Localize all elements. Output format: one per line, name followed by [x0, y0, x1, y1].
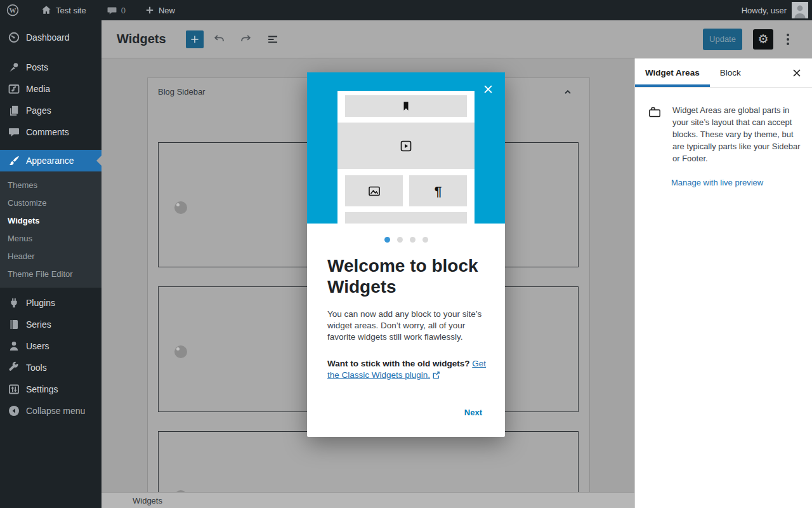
- submenu-item-themes[interactable]: Themes: [0, 176, 102, 194]
- loading-spinner: [174, 345, 187, 358]
- svg-text:W: W: [10, 6, 16, 14]
- comments-link[interactable]: 0: [100, 0, 132, 20]
- next-button[interactable]: Next: [464, 408, 482, 417]
- pages-icon: [8, 104, 20, 117]
- page-title: Widgets: [117, 32, 166, 46]
- widget-areas-description: Widget Areas are global parts in your si…: [672, 104, 801, 164]
- add-block-button[interactable]: [186, 30, 204, 48]
- illustration-block: [337, 123, 475, 169]
- modal-title: Welcome to block Widgets: [327, 255, 487, 297]
- undo-button[interactable]: [209, 29, 230, 50]
- submenu-item-widgets[interactable]: Widgets: [0, 211, 102, 229]
- avatar: [792, 2, 808, 18]
- submenu-item-customize[interactable]: Customize: [0, 194, 102, 211]
- sidebar-item-appearance[interactable]: Appearance: [0, 150, 102, 171]
- collapse-widget-area-button[interactable]: [560, 84, 575, 100]
- dashboard-icon: [8, 31, 20, 44]
- loading-spinner: [174, 201, 187, 214]
- book-icon: [8, 318, 20, 331]
- tab-widget-areas[interactable]: Widget Areas: [635, 58, 710, 87]
- sidebar-item-users[interactable]: Users: [0, 335, 102, 357]
- illustration-block: ¶: [409, 175, 467, 206]
- widget-area-title: Blog Sidebar: [158, 87, 205, 97]
- list-view-button[interactable]: [262, 29, 284, 50]
- site-link[interactable]: Test site: [34, 0, 93, 20]
- settings-tabs: Widget Areas Block: [635, 58, 812, 88]
- sidebar-item-dashboard[interactable]: Dashboard: [0, 27, 102, 48]
- site-name: Test site: [56, 6, 86, 15]
- comment-bubble-icon: [107, 5, 117, 16]
- plug-icon: [8, 297, 20, 309]
- redo-button[interactable]: [235, 29, 257, 50]
- settings-icon: [8, 383, 20, 396]
- illustration-canvas: ¶: [337, 91, 475, 224]
- breadcrumb[interactable]: Widgets: [133, 496, 162, 505]
- user-icon: [8, 340, 20, 352]
- page-dot-1[interactable]: [384, 237, 390, 243]
- howdy-text: Howdy, user: [742, 6, 787, 15]
- update-button[interactable]: Update: [703, 29, 742, 50]
- comments-count: 0: [121, 6, 126, 15]
- page-dot-4[interactable]: [422, 237, 428, 243]
- admin-bar: W Test site 0 New Howdy, user: [0, 0, 812, 20]
- close-icon: [483, 84, 493, 94]
- sidebar-item-media[interactable]: Media: [0, 78, 102, 100]
- plus-icon: [189, 34, 200, 45]
- account-menu[interactable]: Howdy, user: [742, 2, 812, 18]
- collapse-icon: [8, 404, 20, 417]
- page-dot-2[interactable]: [397, 237, 403, 243]
- close-modal-button[interactable]: [482, 83, 494, 95]
- modal-body-text: You can now add any block to your site’s…: [327, 309, 487, 343]
- gear-icon: ⚙: [757, 33, 768, 45]
- block-placeholder[interactable]: [158, 431, 579, 492]
- close-settings-button[interactable]: [789, 65, 804, 81]
- pushpin-icon: [8, 61, 20, 74]
- sidebar-item-series[interactable]: Series: [0, 314, 102, 335]
- wordpress-logo-icon: W: [6, 4, 19, 17]
- wrench-icon: [8, 361, 20, 374]
- illustration-block: [345, 175, 403, 206]
- brush-icon: [8, 154, 20, 167]
- new-label: New: [159, 6, 175, 15]
- illustration-block: [345, 95, 467, 117]
- submenu-item-theme-file-editor[interactable]: Theme File Editor: [0, 265, 102, 283]
- sidebar-item-pages[interactable]: Pages: [0, 100, 102, 121]
- wordpress-logo-menu[interactable]: W: [0, 0, 25, 20]
- sidebar-item-tools[interactable]: Tools: [0, 357, 102, 378]
- options-menu-button[interactable]: [784, 31, 792, 48]
- home-icon: [41, 4, 52, 16]
- undo-icon: [213, 33, 225, 45]
- sidebar-item-label: Appearance: [26, 156, 74, 166]
- comments-icon: [8, 126, 20, 138]
- sidebar-item-posts[interactable]: Posts: [0, 57, 102, 78]
- widget-area-icon: [648, 105, 662, 119]
- manage-live-preview-link[interactable]: Manage with live preview: [671, 178, 763, 187]
- image-icon: [367, 184, 381, 198]
- submenu-item-header[interactable]: Header: [0, 247, 102, 265]
- sidebar-item-label: Tools: [26, 363, 47, 373]
- tab-block[interactable]: Block: [710, 58, 751, 87]
- sidebar-item-collapse-menu[interactable]: Collapse menu: [0, 400, 102, 422]
- plus-icon: [145, 5, 155, 15]
- editor-header: Widgets Update ⚙: [102, 20, 812, 58]
- media-icon: [8, 83, 20, 95]
- page-dot-3[interactable]: [410, 237, 416, 243]
- external-link-icon: [432, 371, 440, 382]
- sidebar-item-label: Comments: [26, 127, 69, 137]
- sidebar-item-settings[interactable]: Settings: [0, 378, 102, 400]
- submenu-item-menus[interactable]: Menus: [0, 229, 102, 247]
- sidebar-item-comments[interactable]: Comments: [0, 121, 102, 143]
- settings-sidebar: Widget Areas Block Widget Areas are glob…: [634, 58, 812, 508]
- illustration-block: [345, 212, 467, 224]
- settings-toggle-button[interactable]: ⚙: [753, 29, 773, 50]
- modal-question-text: Want to stick with the old widgets?: [327, 359, 470, 368]
- sidebar-item-label: Collapse menu: [26, 406, 85, 416]
- modal-question: Want to stick with the old widgets? Get …: [327, 358, 487, 382]
- new-menu[interactable]: New: [138, 0, 181, 20]
- sidebar-item-label: Pages: [26, 105, 51, 116]
- paragraph-icon: ¶: [435, 184, 442, 197]
- sidebar-item-label: Media: [26, 84, 50, 94]
- sidebar-item-plugins[interactable]: Plugins: [0, 292, 102, 314]
- sidebar-item-label: Dashboard: [26, 32, 70, 43]
- welcome-guide-modal: ¶ Welcome to block Widgets You can now a…: [307, 72, 505, 437]
